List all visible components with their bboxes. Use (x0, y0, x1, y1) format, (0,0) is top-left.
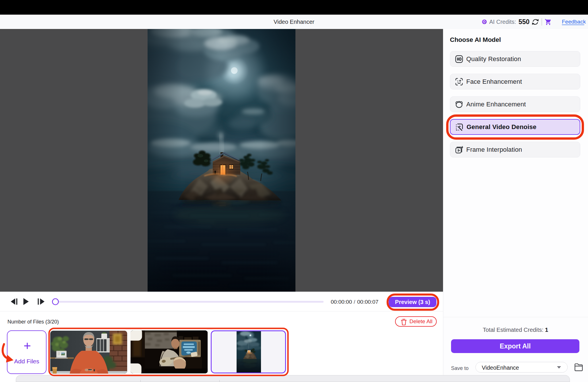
svg-text:AI Credits:: AI Credits: (489, 19, 516, 25)
svg-text:Preview (3 s): Preview (3 s) (395, 299, 430, 305)
svg-text:00:00:00: 00:00:00 (331, 299, 352, 305)
svg-text:Feedback: Feedback (562, 19, 586, 25)
svg-text:/: / (354, 299, 355, 305)
svg-text:00:00:07: 00:00:07 (357, 299, 378, 305)
svg-text:550: 550 (519, 18, 529, 26)
